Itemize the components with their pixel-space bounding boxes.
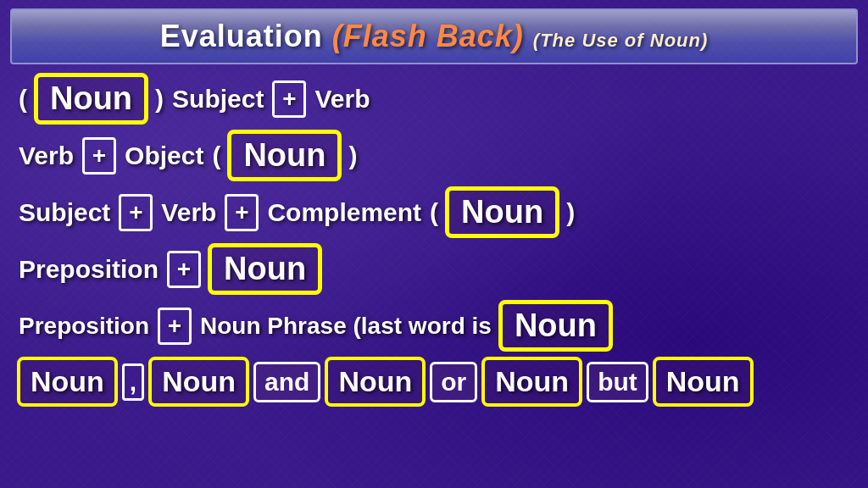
line3-subject: Subject	[15, 198, 114, 227]
ll-noun4-text: Noun	[495, 365, 569, 398]
line1-close-paren: )	[152, 85, 167, 114]
line3-plus2: +	[225, 194, 259, 231]
line1-open-paren: (	[15, 85, 31, 114]
line2-noun-text: Noun	[243, 137, 326, 174]
ll-or-text: or	[441, 368, 466, 396]
title-evaluation: Evaluation	[160, 19, 332, 53]
ll-comma-text: ,	[130, 368, 136, 396]
ll-or-box: or	[430, 362, 477, 402]
ll-noun3-text: Noun	[338, 365, 412, 398]
title-subtitle: (The Use of Noun)	[533, 30, 708, 51]
last-line: Noun , Noun and Noun or Noun but Noun	[15, 357, 853, 407]
line3-open-paren: (	[426, 198, 442, 227]
title-bar: Evaluation (Flash Back) (The Use of Noun…	[10, 8, 858, 64]
line3-close-paren: )	[563, 198, 578, 227]
ll-noun2-text: Noun	[162, 365, 236, 398]
line2-open-paren: (	[209, 141, 224, 170]
ll-comma-box: ,	[122, 363, 144, 401]
ll-but-box: but	[587, 362, 648, 402]
ll-and-box: and	[253, 362, 320, 402]
line5-preposition: Preposition	[15, 313, 153, 340]
line-3: Subject + Verb + Complement ( Noun )	[15, 186, 853, 238]
content-area: ( Noun ) Subject + Verb Verb + Object ( …	[0, 71, 868, 407]
line4-noun-text: Noun	[224, 251, 306, 287]
line5-rest: Noun Phrase (last word is	[197, 313, 495, 340]
line1-verb: Verb	[311, 85, 373, 114]
line2-noun-box: Noun	[227, 130, 342, 181]
title-text: Evaluation (Flash Back) (The Use of Noun…	[160, 19, 709, 53]
line2-plus: +	[82, 137, 116, 175]
line5-noun-text: Noun	[515, 308, 597, 344]
ll-noun2-box: Noun	[148, 357, 249, 407]
line-1: ( Noun ) Subject + Verb	[15, 73, 853, 125]
ll-noun1-box: Noun	[17, 357, 118, 407]
line2-object: Object	[121, 141, 207, 170]
ll-but-text: but	[598, 368, 637, 396]
line5-noun-box: Noun	[498, 300, 613, 352]
line3-noun-text: Noun	[461, 194, 543, 230]
line-5: Preposition + Noun Phrase (last word is …	[15, 300, 853, 352]
ll-and-text: and	[264, 368, 309, 396]
ll-noun5-text: Noun	[666, 365, 740, 398]
line2-close-paren: )	[345, 141, 360, 170]
ll-noun1-text: Noun	[31, 365, 104, 398]
line3-noun-box: Noun	[445, 186, 559, 238]
ll-noun4-box: Noun	[481, 357, 582, 407]
line2-verb: Verb	[15, 141, 77, 170]
line1-noun-text: Noun	[50, 80, 132, 117]
line-2: Verb + Object ( Noun )	[15, 130, 853, 181]
ll-noun3-box: Noun	[325, 357, 426, 407]
line3-verb: Verb	[158, 198, 220, 227]
line5-plus: +	[158, 308, 192, 345]
line4-plus: +	[167, 251, 201, 288]
line1-plus: +	[272, 80, 306, 118]
line1-noun-box: Noun	[34, 73, 148, 125]
line-4: Preposition + Noun	[15, 243, 853, 295]
line3-complement: Complement	[264, 198, 425, 227]
ll-noun5-box: Noun	[653, 357, 754, 407]
line4-preposition: Preposition	[15, 255, 162, 284]
line1-subject: Subject	[169, 85, 267, 114]
line3-plus1: +	[119, 194, 153, 231]
line4-noun-box: Noun	[208, 243, 322, 295]
title-flashback: (Flash Back)	[332, 19, 524, 53]
